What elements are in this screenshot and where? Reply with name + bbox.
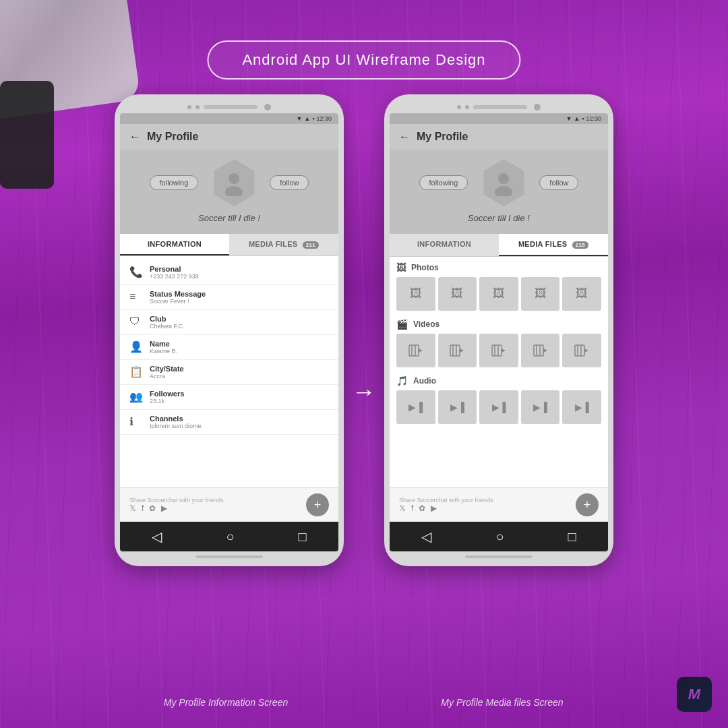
personal-label: Personal [150, 265, 199, 273]
city-value: Accra [150, 373, 184, 380]
bottom-captions: My Profile Information Screen My Profile… [108, 697, 620, 708]
home-nav-icon-2[interactable]: ○ [495, 529, 504, 545]
photo-thumb-5[interactable]: 🖼 [562, 277, 601, 311]
phone-dot-4 [465, 105, 469, 109]
tab-mediafiles-1[interactable]: MEDIA FILES 211 [229, 234, 338, 255]
phone-dot-1 [187, 105, 191, 109]
video-thumb-5[interactable] [562, 334, 601, 367]
photo-thumb-2[interactable]: 🖼 [438, 277, 477, 311]
facebook-icon-1[interactable]: f [142, 504, 144, 513]
personal-text: Personal +233 243 272 938 [150, 265, 199, 280]
logo-letter: M [688, 686, 700, 703]
followers-label: Followers [150, 390, 184, 398]
time-1: 12:30 [316, 115, 332, 122]
share-icons-1: 𝕏 f ✿ ▶ [129, 504, 224, 513]
profile-section-2: following follow Soccer till I die ! [390, 150, 608, 234]
svg-rect-16 [534, 345, 543, 356]
video-thumb-2[interactable] [438, 334, 477, 367]
twitter-icon-1[interactable]: 𝕏 [129, 504, 136, 513]
status-bar-2: ▼ ▲ ▪ 12:30 [390, 113, 608, 124]
svg-point-2 [498, 173, 509, 184]
name-label: Name [150, 340, 177, 348]
photos-category: 🖼 Photos 🖼 🖼 🖼 🖼 🖼 [396, 262, 601, 311]
audio-thumb-1[interactable]: ▶▐ [396, 390, 435, 424]
phones-container: ▼ ▲ ▪ 12:30 ← My Profile following [115, 94, 613, 566]
profile-section-1: following follow Soccer till I die ! [120, 150, 338, 234]
transition-arrow: → [352, 377, 376, 406]
name-icon: 👤 [129, 340, 143, 353]
city-label: City/State [150, 365, 184, 373]
audio-thumb-2[interactable]: ▶▐ [438, 390, 477, 424]
phone-2: ▼ ▲ ▪ 12:30 ← My Profile following [384, 94, 613, 566]
video-thumb-1[interactable] [396, 334, 435, 367]
social4-icon-1[interactable]: ▶ [161, 504, 167, 513]
svg-marker-23 [584, 348, 588, 353]
app-header-1: ← My Profile [120, 124, 338, 150]
back-button-1[interactable]: ← [129, 131, 140, 143]
social3-icon-1[interactable]: ✿ [149, 504, 156, 513]
video-thumb-4[interactable] [521, 334, 560, 367]
title-badge: Android App UI Wireframe Design [207, 40, 520, 80]
followers-value: 23.1k [150, 398, 184, 404]
audio-thumb-5[interactable]: ▶▐ [562, 390, 601, 424]
status-icon: ≡ [129, 291, 143, 303]
tab-information-2[interactable]: INFORMATION [390, 234, 499, 256]
phone-decoration [0, 81, 54, 189]
follow-button-2[interactable]: follow [539, 175, 578, 190]
wifi-icon-2: ▲ [574, 115, 580, 122]
tabs-row-2: INFORMATION MEDIA FILES 215 [390, 234, 608, 257]
bottom-strip-1 [195, 555, 263, 558]
fab-button-1[interactable]: + [306, 493, 329, 516]
audio-thumb-4[interactable]: ▶▐ [521, 390, 560, 424]
caption-1: My Profile Information Screen [108, 697, 344, 708]
bottom-strip-2 [465, 555, 533, 558]
nav-bar-1: ◁ ○ □ [120, 522, 338, 551]
svg-marker-15 [502, 348, 506, 353]
home-nav-icon-1[interactable]: ○ [226, 529, 234, 545]
svg-point-1 [225, 186, 243, 196]
recents-nav-icon-1[interactable]: □ [298, 529, 306, 545]
app-header-2: ← My Profile [390, 124, 608, 150]
tab-information-1[interactable]: INFORMATION [120, 234, 229, 255]
follow-button-1[interactable]: follow [270, 175, 309, 190]
info-name: 👤 Name Kwame B. [120, 335, 338, 360]
audio-category-icon: 🎵 [396, 375, 408, 386]
phone-2-top-bar [390, 100, 608, 113]
info-followers: 👥 Followers 23.1k [120, 385, 338, 410]
audio-header: 🎵 Audio [396, 375, 601, 386]
facebook-icon-2[interactable]: f [411, 504, 413, 513]
photos-label: Photos [411, 263, 439, 272]
photo-thumb-1[interactable]: 🖼 [396, 277, 435, 311]
phone-2-screen: ▼ ▲ ▪ 12:30 ← My Profile following [390, 113, 608, 551]
personal-value: +233 243 272 938 [150, 273, 199, 280]
svg-point-3 [495, 186, 512, 196]
phone-2-bottom [390, 551, 608, 561]
tab-mediafiles-2[interactable]: MEDIA FILES 215 [499, 234, 608, 256]
following-button-1[interactable]: following [150, 175, 199, 190]
social3-icon-2[interactable]: ✿ [419, 504, 425, 513]
video-thumb-3[interactable] [479, 334, 518, 367]
back-nav-icon-2[interactable]: ◁ [421, 528, 431, 545]
back-button-2[interactable]: ← [399, 131, 410, 143]
fab-button-2[interactable]: + [576, 493, 599, 516]
svg-rect-20 [575, 345, 584, 356]
svg-rect-8 [450, 345, 460, 356]
audio-category: 🎵 Audio ▶▐ ▶▐ ▶▐ ▶▐ ▶▐ [396, 375, 601, 424]
back-nav-icon-1[interactable]: ◁ [152, 528, 162, 545]
phone-camera-2 [534, 104, 541, 111]
recents-nav-icon-2[interactable]: □ [568, 529, 576, 545]
channels-icon: ℹ [129, 415, 143, 428]
following-button-2[interactable]: following [419, 175, 468, 190]
audio-thumb-3[interactable]: ▶▐ [479, 390, 518, 424]
social4-icon-2[interactable]: ▶ [431, 504, 437, 513]
photo-thumb-4[interactable]: 🖼 [521, 277, 560, 311]
personal-icon: 📞 [129, 266, 143, 278]
photo-thumb-3[interactable]: 🖼 [479, 277, 518, 311]
twitter-icon-2[interactable]: 𝕏 [399, 504, 406, 513]
time-2: 12:30 [586, 115, 601, 122]
videos-category-icon: 🎬 [396, 319, 408, 330]
profile-bio-1: Soccer till I die ! [198, 213, 260, 223]
share-text-2: Share Soccerchat with your friends [399, 497, 493, 504]
videos-label: Videos [413, 320, 439, 329]
name-text: Name Kwame B. [150, 340, 177, 355]
